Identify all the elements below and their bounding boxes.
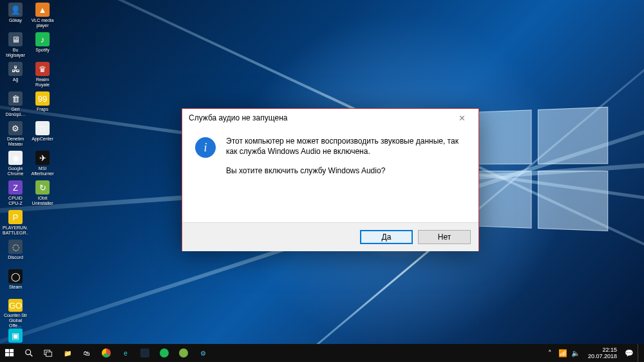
close-button[interactable]: ✕ — [449, 110, 475, 126]
yes-button[interactable]: Да — [360, 230, 413, 244]
desktop-icon-label: Geri Dönüşü… — [3, 107, 28, 117]
svg-rect-3 — [10, 353, 14, 356]
desktop-icon-label: Google Chrome — [3, 166, 28, 176]
desktop-icons-continued: PPLAYERUN… BATTLEGR…◌Discord◯SteamGOCoun… — [3, 210, 28, 357]
chrome-icon — [102, 348, 111, 357]
desktop-icon-label: CPUID CPU-Z — [3, 196, 28, 206]
network-icon: 🖧 — [8, 62, 23, 76]
dialog-message-2: Вы хотите включить службу Windows Audio? — [226, 166, 466, 176]
system-tray[interactable]: ˄ 📶 🔈 22:15 20.07.2018 💬 — [545, 344, 644, 362]
realm-royale-icon: ♛ — [35, 62, 50, 76]
desktop-icon-control-panel[interactable]: ⚙Denetim Masası — [3, 121, 28, 149]
desktop-icon-vlc[interactable]: ▲VLC media player — [30, 3, 55, 31]
desktop-icon-this-pc[interactable]: 🖥Bu bilgisayar — [3, 32, 28, 61]
clock-time: 22:15 — [588, 347, 617, 353]
desktop-icon-csgo[interactable]: GOCounter-Str Global Offe… — [3, 299, 28, 327]
desktop-icon-discord[interactable]: ◌Discord — [3, 240, 28, 268]
desktop-icon-appcenter[interactable]: □AppCenter — [30, 121, 55, 149]
tray-network-icon[interactable]: 📶 — [558, 348, 567, 357]
desktop-icon-label: VLC media player — [30, 18, 55, 28]
info-icon: i — [195, 137, 216, 158]
taskview-icon — [44, 348, 53, 357]
spotify-icon: ♪ — [35, 32, 50, 46]
recycle-bin-icon: 🗑 — [8, 91, 23, 106]
taskbar-explorer[interactable]: 📁 — [58, 344, 77, 362]
desktop-icon-label: Bu bilgisayar — [3, 48, 28, 58]
desktop-icon-user-folder[interactable]: 👤Gökay — [3, 3, 28, 31]
tray-chevron-up-icon[interactable]: ˄ — [545, 348, 554, 357]
svg-rect-2 — [5, 353, 9, 356]
control-panel-icon: ⚙ — [8, 121, 23, 135]
svg-rect-0 — [5, 349, 9, 352]
show-desktop-button[interactable] — [638, 344, 640, 362]
this-pc-icon: 🖥 — [8, 32, 23, 46]
desktop-icon-label: Denetim Masası — [3, 137, 28, 147]
dialog-title: Служба аудио не запущена — [189, 113, 449, 122]
iobit-icon — [179, 348, 188, 357]
iobit-uninstaller-icon: ↻ — [35, 180, 50, 195]
appcenter-icon: □ — [35, 121, 50, 135]
dialog-text: Этот компьютер не может воспроизводить з… — [226, 136, 466, 222]
desktop-icon-spotify[interactable]: ♪Spotify — [30, 32, 55, 61]
csgo-icon: GO — [8, 299, 23, 312]
settings-icon: ⚙ — [200, 350, 206, 357]
taskbar-clock[interactable]: 22:15 20.07.2018 — [584, 347, 621, 359]
desktop[interactable]: 👤Gökay▲VLC media player🖥Bu bilgisayar♪Sp… — [0, 0, 644, 362]
store-icon: 🛍 — [84, 350, 90, 357]
close-icon: ✕ — [459, 113, 466, 123]
taskview-button[interactable] — [39, 344, 58, 362]
desktop-icon-label: Ağ — [3, 77, 28, 82]
desktop-icon-realm-royale[interactable]: ♛Realm Royale — [30, 62, 55, 90]
desktop-icon-steam[interactable]: ◯Steam — [3, 269, 28, 298]
pubg-icon: P — [8, 210, 23, 224]
taskbar-settings[interactable]: ⚙ — [193, 344, 213, 362]
dialog-footer: Да Нет — [182, 222, 478, 251]
steam-icon: ◯ — [8, 269, 23, 283]
desktop-icon-label: IObit Uninstaller — [30, 196, 55, 206]
tray-volume-icon[interactable]: 🔈 — [571, 348, 580, 357]
desktop-icon-recycle-bin[interactable]: 🗑Geri Dönüşü… — [3, 91, 28, 120]
clock-date: 20.07.2018 — [588, 353, 617, 359]
cpuz-icon: Z — [8, 180, 23, 195]
taskbar-chrome[interactable] — [97, 344, 116, 362]
desktop-icon-chrome[interactable]: ◉Google Chrome — [3, 151, 28, 179]
desktop-icon-label: MSI Afterburner — [30, 166, 55, 176]
user-folder-icon: 👤 — [8, 3, 23, 17]
desktop-icon-label: Counter-Str Global Offe… — [3, 313, 28, 327]
desktop-icon-pubg[interactable]: PPLAYERUN… BATTLEGR… — [3, 210, 28, 238]
dialog-titlebar[interactable]: Служба аудио не запущена ✕ — [182, 109, 478, 127]
desktop-icon-network[interactable]: 🖧Ağ — [3, 62, 28, 90]
desktop-icon-label: Realm Royale — [30, 77, 55, 88]
core-temp-icon: ▣ — [8, 329, 23, 343]
desktop-icon-label: Discord — [3, 255, 28, 260]
desktop-icon-label: Gökay — [3, 18, 28, 23]
search-button[interactable] — [19, 344, 39, 362]
taskbar-iobit[interactable] — [174, 344, 193, 362]
taskbar-edge[interactable]: e — [116, 344, 135, 362]
svg-rect-7 — [46, 352, 52, 356]
desktop-icons: 👤Gökay▲VLC media player🖥Bu bilgisayar♪Sp… — [3, 3, 55, 209]
taskbar: 📁 🛍 e ⚙ ˄ 📶 🔈 22:15 20.07.2018 💬 — [0, 344, 644, 362]
chrome-icon: ◉ — [8, 151, 23, 165]
start-button[interactable] — [0, 344, 19, 362]
taskbar-steam[interactable] — [135, 344, 155, 362]
desktop-icon-iobit-uninstaller[interactable]: ↻IObit Uninstaller — [30, 180, 55, 209]
svg-line-5 — [30, 354, 33, 357]
action-center-icon[interactable]: 💬 — [625, 348, 634, 357]
folder-icon: 📁 — [64, 350, 71, 357]
desktop-icon-fraps[interactable]: 99Fraps — [30, 91, 55, 120]
dialog-body: i Этот компьютер не может воспроизводить… — [182, 127, 478, 222]
svg-point-4 — [26, 350, 31, 355]
windows-icon — [5, 348, 14, 357]
desktop-icon-label: Fraps — [30, 107, 55, 112]
spotify-icon — [160, 348, 169, 357]
taskbar-store[interactable]: 🛍 — [77, 344, 97, 362]
desktop-icon-msi-afterburner[interactable]: ✈MSI Afterburner — [30, 151, 55, 179]
desktop-icon-label: AppCenter — [30, 137, 55, 142]
taskbar-spotify[interactable] — [155, 344, 174, 362]
msi-afterburner-icon: ✈ — [35, 151, 50, 165]
discord-icon: ◌ — [8, 240, 23, 254]
no-button[interactable]: Нет — [418, 230, 471, 244]
vlc-icon: ▲ — [35, 3, 50, 17]
desktop-icon-cpuz[interactable]: ZCPUID CPU-Z — [3, 180, 28, 209]
